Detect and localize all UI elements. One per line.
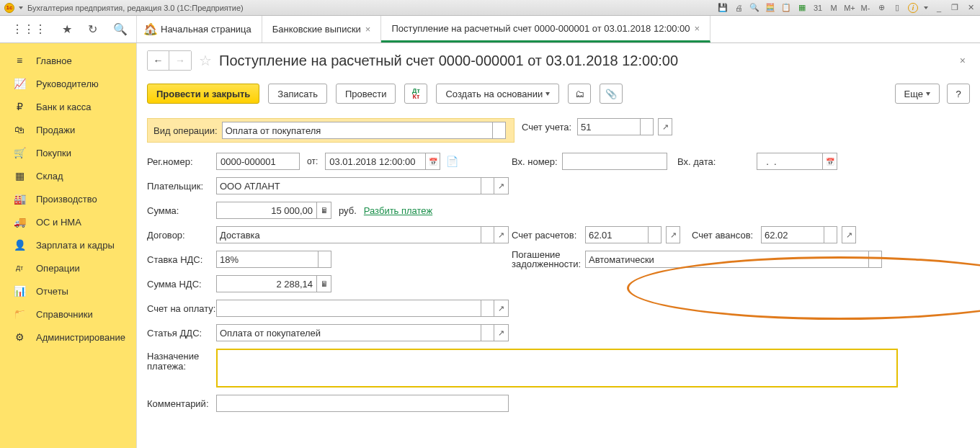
save-icon[interactable]: 💾 xyxy=(718,3,728,13)
apps-icon[interactable]: ⋮⋮⋮ xyxy=(12,22,46,36)
create-based-button[interactable]: Создать на основании xyxy=(436,84,559,104)
chevron-down-icon[interactable] xyxy=(492,122,505,138)
open-ref-icon[interactable]: ↗ xyxy=(666,226,680,243)
zoom-in-icon[interactable]: ⊕ xyxy=(876,3,886,13)
open-ref-icon[interactable]: ↗ xyxy=(494,177,509,194)
attach-button[interactable]: 📎 xyxy=(600,84,623,104)
account-select[interactable]: 51 xyxy=(577,118,654,135)
sidebar-item-label: Зарплата и кадры xyxy=(36,240,115,251)
calculator-icon[interactable]: 🖩 xyxy=(317,275,331,292)
tab-home[interactable]: 🏠 Начальная страница xyxy=(137,16,262,42)
open-ref-icon[interactable]: ↗ xyxy=(842,226,856,243)
tab-document-close-icon[interactable]: × xyxy=(695,23,700,34)
vatrate-select[interactable]: 18% xyxy=(216,251,331,268)
help-button[interactable]: ? xyxy=(947,84,970,104)
date-icon[interactable]: 31 xyxy=(813,3,823,13)
sidebar-item-admin[interactable]: ⚙Администрирование xyxy=(0,326,136,349)
favorite-icon[interactable]: ★ xyxy=(62,22,72,36)
info-dd-icon[interactable] xyxy=(924,6,928,9)
history-icon[interactable]: ↻ xyxy=(88,22,97,36)
print-icon[interactable]: 🖨 xyxy=(734,3,744,13)
calendar-icon[interactable]: 📅 xyxy=(823,153,837,170)
sidebar-item-production[interactable]: 🏭Производство xyxy=(0,187,136,210)
contract-select[interactable]: Доставка xyxy=(216,226,494,243)
chevron-down-icon[interactable] xyxy=(481,178,494,194)
structure-button[interactable]: 🗂 xyxy=(568,84,591,104)
sidebar-item-salary[interactable]: 👤Зарплата и кадры xyxy=(0,233,136,256)
post-and-close-button[interactable]: Провести и закрыть xyxy=(147,84,259,104)
calendar-icon[interactable]: 📋 xyxy=(781,3,791,13)
chevron-down-icon[interactable] xyxy=(824,227,837,243)
calc-acc-select[interactable]: 62.01 xyxy=(585,226,662,243)
close-page-icon[interactable]: × xyxy=(960,55,970,66)
sidebar-item-manager[interactable]: 📈Руководителю xyxy=(0,72,136,95)
chevron-down-icon[interactable] xyxy=(481,300,494,316)
debt-select[interactable]: Автоматически xyxy=(585,251,882,268)
link-icon[interactable]: 🔍 xyxy=(749,3,760,13)
post-button[interactable]: Провести xyxy=(336,84,396,104)
sidebar-item-label: Склад xyxy=(36,171,63,182)
grid-icon[interactable]: ▦ xyxy=(797,3,807,13)
sidebar-item-bank[interactable]: ₽Банк и касса xyxy=(0,95,136,118)
invoice-select[interactable] xyxy=(216,300,494,317)
minimize-icon[interactable]: _ xyxy=(934,3,944,13)
chevron-down-icon[interactable] xyxy=(481,325,494,341)
m-plus-icon[interactable]: M+ xyxy=(845,3,855,13)
chevron-down-icon[interactable] xyxy=(318,251,331,267)
save-button[interactable]: Записать xyxy=(268,84,327,104)
dtct-button[interactable]: ДтКт xyxy=(404,84,427,104)
sidebar-item-purchases[interactable]: 🛒Покупки xyxy=(0,141,136,164)
open-ref-icon[interactable]: ↗ xyxy=(494,226,509,243)
inno-input[interactable] xyxy=(562,153,667,170)
open-ref-icon[interactable]: ↗ xyxy=(658,118,672,135)
m-icon[interactable]: M xyxy=(829,3,839,13)
open-ref-icon[interactable]: ↗ xyxy=(494,300,509,317)
purpose-textarea[interactable] xyxy=(216,349,898,387)
payer-label: Плательщик: xyxy=(147,181,216,192)
search-icon[interactable]: 🔍 xyxy=(113,22,128,36)
payer-select[interactable]: ООО АТЛАНТ xyxy=(216,177,494,194)
chevron-down-icon[interactable] xyxy=(640,119,653,135)
calc-acc-value: 62.01 xyxy=(589,230,612,241)
sidebar-item-operations[interactable]: ДтОперации xyxy=(0,256,136,279)
chevron-down-icon[interactable] xyxy=(648,227,661,243)
back-button[interactable]: ← xyxy=(148,51,169,70)
sum-input[interactable] xyxy=(216,202,317,219)
m-minus-icon[interactable]: M- xyxy=(860,3,870,13)
chevron-down-icon[interactable] xyxy=(481,227,494,243)
tab-bank-close-icon[interactable]: × xyxy=(365,24,371,35)
dds-select[interactable]: Оплата от покупателей xyxy=(216,324,494,341)
calc-icon[interactable]: 🧮 xyxy=(765,3,775,13)
comment-input[interactable] xyxy=(216,395,509,412)
sidebar-item-label: Производство xyxy=(36,194,97,205)
tab-bank[interactable]: Банковские выписки × xyxy=(262,16,382,42)
calculator-icon[interactable]: 🖩 xyxy=(317,202,331,219)
sidebar-item-sales[interactable]: 🛍Продажи xyxy=(0,118,136,141)
account-label: Счет учета: xyxy=(522,122,571,133)
forward-button[interactable]: → xyxy=(169,51,191,70)
app-menu-dropdown-icon[interactable] xyxy=(19,6,23,9)
close-icon[interactable]: ✕ xyxy=(966,3,976,13)
more-button[interactable]: Еще xyxy=(895,84,940,104)
split-payment-link[interactable]: Разбить платеж xyxy=(364,205,432,216)
calendar-icon[interactable]: 📅 xyxy=(426,153,440,170)
sidebar-item-stock[interactable]: ▦Склад xyxy=(0,164,136,187)
open-ref-icon[interactable]: ↗ xyxy=(494,324,509,341)
sidebar-item-main[interactable]: ≡Главное xyxy=(0,49,136,72)
panel-icon[interactable]: ▯ xyxy=(892,3,902,13)
sidebar-item-refs[interactable]: 📁Справочники xyxy=(0,303,136,326)
regno-input[interactable] xyxy=(216,153,300,170)
date-input[interactable] xyxy=(325,153,426,170)
operation-type-select[interactable]: Оплата от покупателя xyxy=(222,122,506,139)
tab-document[interactable]: Поступление на расчетный счет 0000-00000… xyxy=(381,16,710,42)
sidebar-item-assets[interactable]: 🚚ОС и НМА xyxy=(0,210,136,233)
info-icon[interactable]: i xyxy=(908,3,918,13)
vatsum-input[interactable] xyxy=(216,275,317,292)
restore-icon[interactable]: ❐ xyxy=(950,3,960,13)
indate-input[interactable] xyxy=(757,153,823,170)
page-title: Поступление на расчетный счет 0000-00000… xyxy=(219,53,678,69)
star-icon[interactable]: ☆ xyxy=(199,52,212,69)
chevron-down-icon[interactable] xyxy=(868,251,881,267)
adv-acc-select[interactable]: 62.02 xyxy=(761,226,837,243)
sidebar-item-reports[interactable]: 📊Отчеты xyxy=(0,279,136,303)
